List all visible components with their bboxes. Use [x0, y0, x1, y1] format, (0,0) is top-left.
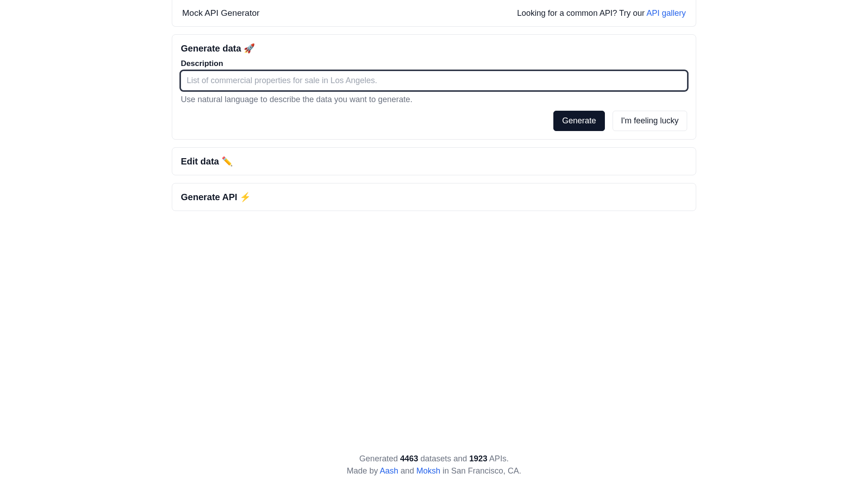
- footer-datasets-mid: datasets and: [418, 454, 469, 463]
- footer-location: in San Francisco, CA.: [440, 466, 521, 475]
- footer-stats: Generated 4463 datasets and 1923 APIs.: [0, 453, 868, 465]
- topbar-prompt: Looking for a common API? Try our API ga…: [517, 9, 686, 18]
- lucky-button[interactable]: I'm feeling lucky: [613, 111, 688, 131]
- footer-made-by: Made by: [347, 466, 380, 475]
- description-helper: Use natural language to describe the dat…: [181, 95, 687, 104]
- footer-author2-link[interactable]: Moksh: [416, 466, 440, 475]
- footer-and: and: [398, 466, 416, 475]
- footer-datasets-count: 4463: [400, 454, 418, 463]
- app-title: Mock API Generator: [182, 8, 259, 18]
- description-label: Description: [181, 59, 687, 68]
- footer: Generated 4463 datasets and 1923 APIs. M…: [0, 453, 868, 477]
- api-gallery-link[interactable]: API gallery: [646, 9, 686, 18]
- generate-api-title: Generate API ⚡: [181, 192, 687, 202]
- footer-apis-count: 1923: [469, 454, 487, 463]
- footer-author1-link[interactable]: Aash: [380, 466, 398, 475]
- generate-api-card[interactable]: Generate API ⚡: [172, 183, 696, 211]
- button-row: Generate I'm feeling lucky: [181, 111, 687, 131]
- edit-data-card[interactable]: Edit data ✏️: [172, 147, 696, 175]
- topbar: Mock API Generator Looking for a common …: [172, 0, 696, 27]
- gallery-prompt-text: Looking for a common API? Try our: [517, 9, 646, 18]
- footer-credits: Made by Aash and Moksh in San Francisco,…: [0, 465, 868, 477]
- footer-apis-suffix: APIs.: [487, 454, 509, 463]
- footer-generated-prefix: Generated: [359, 454, 400, 463]
- generate-data-card: Generate data 🚀 Description Use natural …: [172, 34, 696, 140]
- generate-data-title: Generate data 🚀: [181, 43, 687, 54]
- edit-data-title: Edit data ✏️: [181, 156, 687, 167]
- description-input[interactable]: [181, 71, 687, 90]
- generate-button[interactable]: Generate: [553, 111, 604, 131]
